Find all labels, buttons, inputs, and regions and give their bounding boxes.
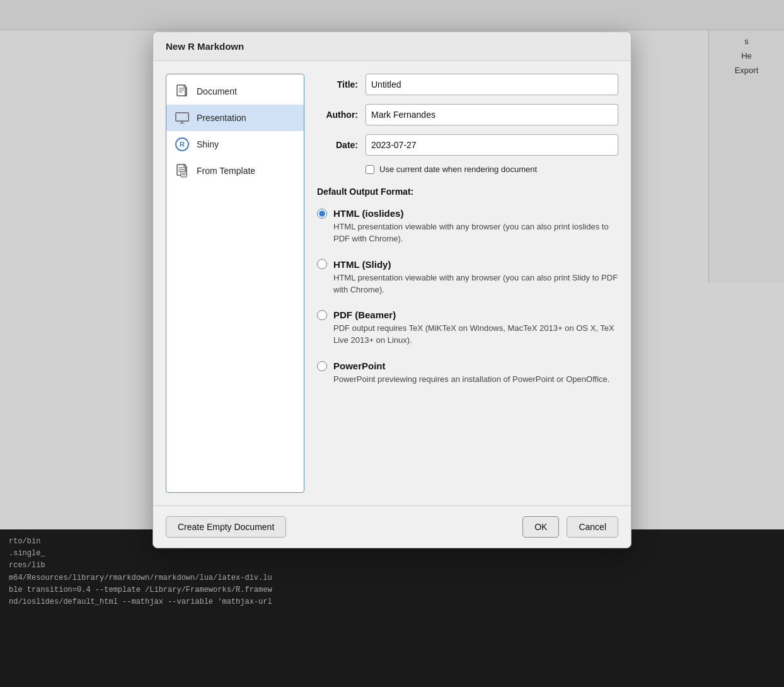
use-current-date-label: Use current date when rendering document: [379, 165, 537, 174]
author-row: Author:: [317, 104, 618, 125]
document-icon: [175, 84, 189, 98]
dialog-footer: Create Empty Document OK Cancel: [153, 505, 631, 548]
output-format-heading: Default Output Format:: [317, 187, 618, 197]
shiny-icon: R: [175, 137, 189, 151]
author-label: Author:: [317, 110, 358, 120]
radio-html-slidy-desc: HTML presentation viewable with any brow…: [333, 272, 618, 296]
date-label: Date:: [317, 140, 358, 150]
presentation-icon: [175, 111, 189, 125]
sidebar-item-shiny[interactable]: R Shiny: [166, 131, 304, 158]
radio-option-html-slidy: HTML (Slidy) HTML presentation viewable …: [317, 257, 618, 299]
sidebar-item-presentation-label: Presentation: [197, 113, 246, 123]
dialog-title: New R Markdown: [166, 41, 244, 52]
title-row: Title:: [317, 74, 618, 95]
radio-html-slidy[interactable]: [317, 259, 327, 269]
svg-rect-8: [177, 114, 187, 120]
sidebar-item-document-label: Document: [197, 86, 237, 96]
radio-html-slidy-label: HTML (Slidy): [333, 259, 391, 270]
date-input[interactable]: [366, 134, 618, 156]
radio-option-pdf-beamer: PDF (Beamer) PDF output requires TeX (Mi…: [317, 307, 618, 349]
radio-pdf-beamer[interactable]: [317, 310, 327, 320]
radio-html-ioslides[interactable]: [317, 209, 327, 219]
radio-powerpoint[interactable]: [317, 361, 327, 371]
use-current-date-checkbox[interactable]: [366, 165, 374, 174]
sidebar: Document Presentation: [166, 74, 304, 493]
footer-right-buttons: OK Cancel: [522, 516, 618, 538]
title-label: Title:: [317, 79, 358, 89]
new-rmarkdown-dialog: New R Markdown: [153, 32, 631, 548]
sidebar-item-from-template[interactable]: From Template: [166, 158, 304, 184]
svg-rect-14: [181, 171, 187, 177]
content-area: Title: Author: Date: Use current date wh…: [317, 74, 618, 493]
radio-option-powerpoint: PowerPoint PowerPoint previewing require…: [317, 358, 618, 388]
author-input[interactable]: [366, 104, 618, 125]
radio-powerpoint-label: PowerPoint: [333, 361, 386, 371]
radio-html-ioslides-desc: HTML presentation viewable with any brow…: [333, 221, 618, 245]
radio-pdf-beamer-label: PDF (Beamer): [333, 309, 396, 320]
use-current-date-row: Use current date when rendering document: [366, 165, 618, 174]
dialog-body: Document Presentation: [153, 61, 631, 505]
radio-option-html-ioslides: HTML (ioslides) HTML presentation viewab…: [317, 205, 618, 248]
from-template-icon: [175, 164, 189, 178]
sidebar-item-from-template-label: From Template: [197, 166, 255, 176]
sidebar-item-presentation[interactable]: Presentation: [166, 105, 304, 131]
dialog-titlebar: New R Markdown: [153, 32, 631, 61]
radio-pdf-beamer-desc: PDF output requires TeX (MiKTeX on Windo…: [333, 323, 618, 347]
sidebar-item-document[interactable]: Document: [166, 78, 304, 105]
radio-powerpoint-desc: PowerPoint previewing requires an instal…: [333, 374, 618, 386]
dialog-overlay: New R Markdown: [0, 0, 784, 687]
create-empty-document-button[interactable]: Create Empty Document: [166, 516, 286, 538]
sidebar-item-shiny-label: Shiny: [197, 139, 219, 149]
ok-button[interactable]: OK: [522, 516, 559, 538]
cancel-button[interactable]: Cancel: [567, 516, 618, 538]
date-row: Date:: [317, 134, 618, 156]
radio-html-ioslides-label: HTML (ioslides): [333, 208, 403, 219]
title-input[interactable]: [366, 74, 618, 95]
